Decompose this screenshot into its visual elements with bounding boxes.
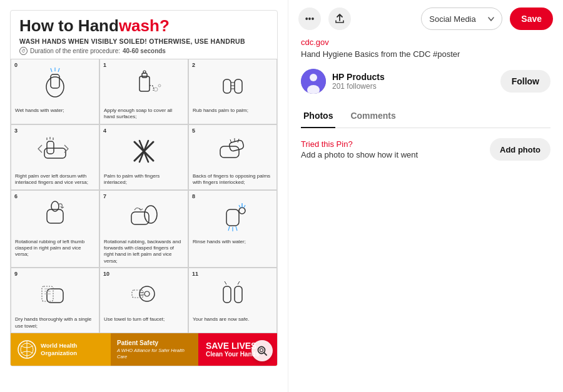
svg-point-0 — [46, 77, 64, 97]
svg-line-60 — [264, 353, 266, 355]
step-image-5 — [193, 129, 273, 171]
more-options-button[interactable]: ••• — [298, 8, 321, 30]
duration-label: Duration of the entire procedure: — [30, 48, 120, 54]
author-avatar[interactable] — [301, 69, 326, 94]
poster-wrapper: How to Handwash? WASH HANDS WHEN VISIBLY… — [10, 10, 278, 366]
svg-point-46 — [139, 286, 155, 301]
right-panel: ••• Social Media Save cdc.gov Hand Hygie… — [288, 0, 563, 392]
svg-rect-33 — [226, 209, 239, 226]
chevron-down-icon — [488, 17, 494, 21]
poster-title: How to Handwash? — [19, 17, 268, 35]
step-image-0 — [15, 63, 95, 106]
svg-rect-47 — [132, 290, 143, 298]
step-cell-6: 6 Rotational rubbing of left thumb clasp… — [11, 190, 99, 268]
step-number-3: 3 — [14, 128, 18, 134]
poster-duration: ⏱ Duration of the entire procedure: 40-6… — [19, 47, 268, 55]
tried-text-block: Tried this Pin? Add a photo to show how … — [301, 139, 490, 159]
tried-title: Tried this Pin? — [301, 139, 490, 149]
step-image-1 — [104, 63, 184, 106]
svg-line-37 — [244, 205, 245, 208]
svg-point-62 — [310, 74, 317, 81]
footer-patient: Patient Safety A WHO Alliance for Safer … — [111, 333, 198, 366]
poster-header: How to Handwash? WASH HANDS WHEN VISIBLY… — [11, 11, 277, 59]
add-photo-button[interactable]: Add photo — [490, 138, 550, 161]
step-image-7 — [104, 194, 184, 237]
svg-line-4 — [58, 68, 59, 72]
step-desc-7: Rotational rubbing, backwards and forwar… — [104, 239, 184, 265]
step-image-4 — [104, 129, 184, 171]
svg-rect-41 — [47, 289, 63, 303]
board-dropdown[interactable]: Social Media — [421, 8, 502, 30]
svg-line-38 — [228, 226, 230, 231]
step-number-1: 1 — [103, 62, 106, 68]
svg-line-40 — [236, 226, 237, 231]
tried-section: Tried this Pin? Add a photo to show how … — [301, 138, 550, 161]
step-number-6: 6 — [14, 193, 18, 199]
step-number-11: 11 — [192, 271, 198, 277]
upload-icon — [335, 14, 345, 24]
step-desc-3: Right palm over left dorsum with interla… — [15, 173, 95, 187]
svg-rect-5 — [139, 76, 150, 91]
step-desc-9: Dry hands thoroughly with a single use t… — [15, 316, 95, 330]
right-toolbar: ••• Social Media Save — [288, 0, 563, 38]
step-desc-0: Wet hands with water; — [15, 108, 95, 121]
step-image-10 — [104, 272, 184, 314]
step-cell-10: 10 Use towel to turn off faucet; — [99, 268, 188, 333]
svg-rect-6 — [142, 73, 147, 78]
step-number-9: 9 — [14, 271, 18, 277]
pin-link[interactable]: cdc.gov — [301, 38, 550, 47]
author-row: HP Products 201 followers Follow — [301, 69, 550, 94]
lens-button[interactable] — [251, 340, 273, 361]
poster-subtitle: WASH HANDS WHEN VISIBLY SOILED! OTHERWIS… — [19, 38, 268, 45]
follow-button[interactable]: Follow — [500, 70, 550, 93]
tried-subtitle: Add a photo to show how it went — [301, 150, 490, 159]
svg-point-9 — [158, 84, 161, 87]
step-image-11 — [193, 272, 273, 314]
footer-who: World HealthOrganization — [11, 333, 111, 366]
svg-line-53 — [225, 281, 226, 284]
footer-patient-sub: A WHO Alliance for Safer Health Care — [117, 348, 192, 361]
save-button[interactable]: Save — [510, 8, 553, 30]
right-content: cdc.gov Hand Hygiene Basics from the CDC… — [288, 38, 563, 176]
svg-point-34 — [239, 208, 245, 214]
step-number-4: 4 — [103, 128, 106, 134]
author-followers: 201 followers — [332, 82, 500, 91]
svg-point-59 — [260, 349, 263, 352]
svg-point-8 — [154, 88, 158, 91]
step-number-7: 7 — [103, 193, 106, 199]
tabs-row: Photos Comments — [301, 104, 550, 128]
step-cell-5: 5 Backs of fingers to opposing palms wit… — [188, 124, 277, 190]
dropdown-label: Social Media — [429, 14, 484, 24]
poster-footer: World HealthOrganization Patient Safety … — [11, 333, 277, 366]
svg-line-36 — [239, 205, 240, 208]
left-panel: How to Handwash? WASH HANDS WHEN VISIBLY… — [0, 0, 288, 392]
svg-line-54 — [238, 281, 240, 284]
svg-rect-31 — [131, 212, 149, 224]
footer-patient-text: Patient Safety — [117, 339, 192, 348]
step-number-2: 2 — [192, 62, 195, 68]
step-cell-9: 9 Dry hands thoroughly with a single use… — [11, 268, 99, 333]
step-cell-7: 7 Rotational rubbing, backwards and forw… — [99, 190, 188, 268]
step-number-10: 10 — [103, 271, 109, 277]
step-desc-8: Rinse hands with water; — [193, 239, 273, 253]
duration-value: 40-60 seconds — [123, 48, 166, 54]
clock-icon: ⏱ — [19, 47, 28, 55]
step-cell-0: 0 Wet hands with water; — [11, 59, 99, 124]
tab-comments[interactable]: Comments — [348, 104, 398, 128]
step-desc-1: Apply enough soap to cover all hand surf… — [104, 108, 184, 121]
step-image-2 — [193, 63, 273, 106]
step-desc-6: Rotational rubbing of left thumb clasped… — [15, 239, 95, 258]
poster-title-accent: wash? — [119, 16, 170, 35]
upload-button[interactable] — [328, 8, 351, 30]
poster-title-static: How to Hand — [19, 16, 119, 35]
svg-rect-52 — [235, 286, 242, 303]
step-cell-2: 2 Rub hands palm to palm; — [188, 59, 277, 124]
step-desc-11: Your hands are now safe. — [193, 316, 273, 330]
svg-rect-16 — [47, 141, 54, 154]
step-number-5: 5 — [192, 128, 195, 134]
step-number-8: 8 — [192, 193, 195, 199]
svg-rect-51 — [223, 286, 231, 303]
step-cell-4: 4 Palm to palm with fingers interlaced; — [99, 124, 188, 190]
author-name: HP Products — [332, 72, 500, 82]
tab-photos[interactable]: Photos — [301, 104, 335, 128]
